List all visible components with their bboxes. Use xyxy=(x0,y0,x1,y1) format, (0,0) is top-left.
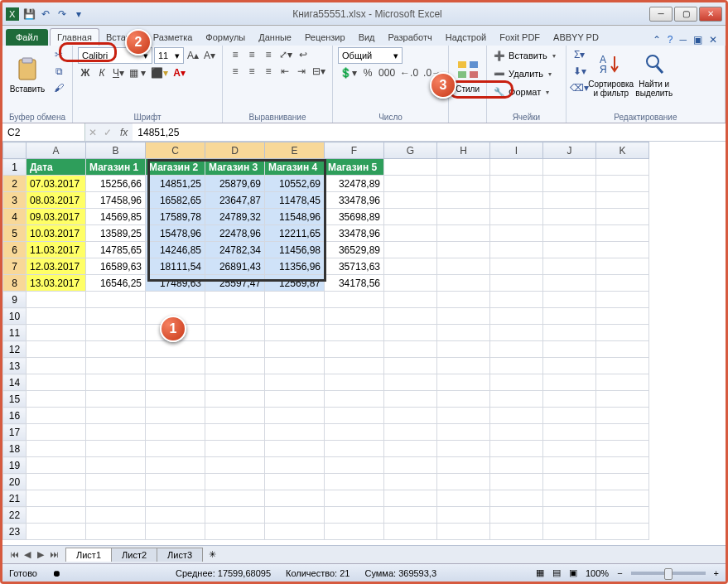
empty-cell[interactable] xyxy=(205,424,265,441)
sheet-nav-first-icon[interactable]: ⏮ xyxy=(7,549,21,560)
format-painter-icon[interactable]: 🖌 xyxy=(51,80,67,95)
empty-cell[interactable] xyxy=(27,474,86,490)
row-header-3[interactable]: 3 xyxy=(3,192,27,209)
tab-layout[interactable]: Разметка xyxy=(147,29,200,46)
row-header-15[interactable]: 15 xyxy=(3,391,27,408)
empty-cell[interactable] xyxy=(146,424,205,441)
row-header-22[interactable]: 22 xyxy=(3,507,27,524)
tab-file[interactable]: Файл xyxy=(6,29,48,46)
empty-cell[interactable] xyxy=(384,358,437,374)
empty-cell[interactable] xyxy=(543,292,596,308)
empty-cell[interactable] xyxy=(543,159,596,176)
row-header-18[interactable]: 18 xyxy=(3,441,27,457)
empty-cell[interactable] xyxy=(490,524,543,540)
col-header-A[interactable]: A xyxy=(27,142,86,159)
table-cell[interactable]: 22478,96 xyxy=(205,225,265,242)
underline-icon[interactable]: Ч ▾ xyxy=(111,65,126,80)
empty-cell[interactable] xyxy=(490,308,543,325)
empty-cell[interactable] xyxy=(205,374,265,391)
percent-icon[interactable]: % xyxy=(360,65,375,80)
align-left-icon[interactable]: ≡ xyxy=(228,64,243,79)
table-header[interactable]: Магазин 2 xyxy=(146,159,205,176)
empty-cell[interactable] xyxy=(596,474,649,490)
col-header-J[interactable]: J xyxy=(543,142,596,159)
orientation-icon[interactable]: ⤢▾ xyxy=(277,47,294,62)
empty-cell[interactable] xyxy=(543,258,596,275)
empty-cell[interactable] xyxy=(596,441,649,457)
empty-cell[interactable] xyxy=(265,374,325,391)
empty-cell[interactable] xyxy=(596,391,649,408)
empty-cell[interactable] xyxy=(86,474,146,490)
empty-cell[interactable] xyxy=(437,374,490,391)
empty-cell[interactable] xyxy=(437,490,490,507)
empty-cell[interactable] xyxy=(437,391,490,408)
empty-cell[interactable] xyxy=(384,457,437,474)
empty-cell[interactable] xyxy=(437,176,490,192)
view-normal-icon[interactable]: ▦ xyxy=(536,567,544,578)
empty-cell[interactable] xyxy=(325,408,384,424)
empty-cell[interactable] xyxy=(437,308,490,325)
insert-cells-button[interactable]: ➕Вставить▾ xyxy=(492,47,561,64)
row-header-11[interactable]: 11 xyxy=(3,325,27,341)
empty-cell[interactable] xyxy=(490,292,543,308)
table-cell[interactable]: 32478,89 xyxy=(325,176,384,192)
empty-cell[interactable] xyxy=(265,408,325,424)
table-cell[interactable]: 10.03.2017 xyxy=(27,225,86,242)
cut-icon[interactable]: ✂ xyxy=(51,47,67,62)
fill-icon[interactable]: ⬇▾ xyxy=(571,64,588,79)
empty-cell[interactable] xyxy=(437,275,490,292)
empty-cell[interactable] xyxy=(543,507,596,524)
empty-cell[interactable] xyxy=(325,441,384,457)
tab-view[interactable]: Вид xyxy=(352,29,382,46)
table-header[interactable]: Магазин 3 xyxy=(205,159,265,176)
tab-review[interactable]: Рецензир xyxy=(298,29,352,46)
empty-cell[interactable] xyxy=(596,292,649,308)
tab-addins[interactable]: Надстрой xyxy=(439,29,493,46)
zoom-level[interactable]: 100% xyxy=(586,568,609,578)
table-cell[interactable]: 17458,96 xyxy=(86,192,146,209)
row-header-21[interactable]: 21 xyxy=(3,490,27,507)
empty-cell[interactable] xyxy=(205,341,265,358)
empty-cell[interactable] xyxy=(265,424,325,441)
shrink-font-icon[interactable]: A▾ xyxy=(202,48,217,63)
macro-record-icon[interactable]: ⏺ xyxy=(52,568,61,578)
empty-cell[interactable] xyxy=(86,507,146,524)
table-cell[interactable]: 11356,96 xyxy=(265,258,325,275)
delete-cells-button[interactable]: ➖Удалить▾ xyxy=(492,65,561,82)
empty-cell[interactable] xyxy=(543,192,596,209)
empty-cell[interactable] xyxy=(146,474,205,490)
empty-cell[interactable] xyxy=(27,292,86,308)
font-color-icon[interactable]: A▾ xyxy=(171,65,187,80)
table-cell[interactable]: 15256,66 xyxy=(86,176,146,192)
close-button[interactable]: ✕ xyxy=(699,7,722,22)
empty-cell[interactable] xyxy=(325,424,384,441)
merge-icon[interactable]: ⊟▾ xyxy=(311,64,327,79)
border-icon[interactable]: ▦ ▾ xyxy=(128,65,147,80)
row-header-4[interactable]: 4 xyxy=(3,209,27,225)
empty-cell[interactable] xyxy=(205,524,265,540)
empty-cell[interactable] xyxy=(596,341,649,358)
empty-cell[interactable] xyxy=(146,341,205,358)
empty-cell[interactable] xyxy=(86,292,146,308)
align-center-icon[interactable]: ≡ xyxy=(244,64,259,79)
sheet-nav-prev-icon[interactable]: ◀ xyxy=(21,549,34,560)
empty-cell[interactable] xyxy=(543,474,596,490)
new-sheet-icon[interactable]: ✳ xyxy=(202,549,223,560)
row-header-14[interactable]: 14 xyxy=(3,374,27,391)
row-header-20[interactable]: 20 xyxy=(3,474,27,490)
empty-cell[interactable] xyxy=(325,358,384,374)
empty-cell[interactable] xyxy=(490,341,543,358)
empty-cell[interactable] xyxy=(205,507,265,524)
empty-cell[interactable] xyxy=(543,209,596,225)
clear-icon[interactable]: ⌫▾ xyxy=(571,80,588,95)
indent-inc-icon[interactable]: ⇥ xyxy=(294,64,309,79)
table-cell[interactable]: 23647,87 xyxy=(205,192,265,209)
copy-icon[interactable]: ⧉ xyxy=(51,64,67,79)
empty-cell[interactable] xyxy=(490,176,543,192)
empty-cell[interactable] xyxy=(596,524,649,540)
empty-cell[interactable] xyxy=(543,490,596,507)
table-cell[interactable]: 35698,89 xyxy=(325,209,384,225)
table-cell[interactable]: 25597,47 xyxy=(205,275,265,292)
table-cell[interactable]: 34178,56 xyxy=(325,275,384,292)
row-header-16[interactable]: 16 xyxy=(3,408,27,424)
